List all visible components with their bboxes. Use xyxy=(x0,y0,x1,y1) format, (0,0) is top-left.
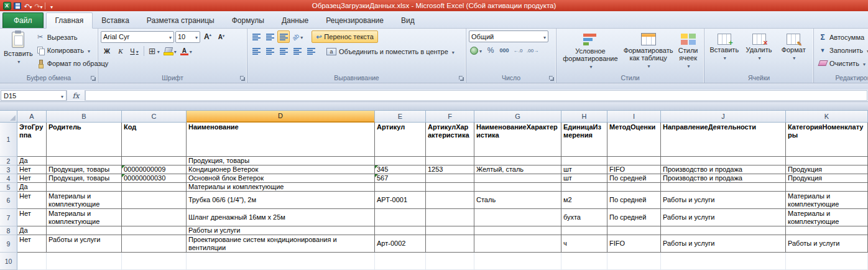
tab-file[interactable]: Файл xyxy=(2,12,44,28)
redo-button[interactable] xyxy=(34,1,43,11)
cell-F8[interactable] xyxy=(426,226,474,235)
row-header-10[interactable]: 10 xyxy=(0,253,17,270)
column-header-A[interactable]: A xyxy=(17,111,47,123)
cell-G6[interactable]: Сталь xyxy=(474,192,561,209)
cell-A1[interactable]: ЭтоГруппа xyxy=(17,123,47,157)
cell-F9[interactable] xyxy=(426,235,474,253)
cell-E10[interactable] xyxy=(375,253,426,270)
cell-E5[interactable] xyxy=(375,183,426,192)
cell-C1[interactable]: Код xyxy=(122,123,187,157)
align-top-button[interactable] xyxy=(250,30,262,43)
cell-I8[interactable] xyxy=(607,226,661,235)
fill-color-button[interactable] xyxy=(162,45,178,57)
cell-E8[interactable] xyxy=(375,226,426,235)
cell-J4[interactable]: Производство и продажа xyxy=(661,174,786,183)
cell-D3[interactable]: Кондиционер Ветерок xyxy=(187,165,375,174)
cell-B10[interactable] xyxy=(47,253,122,270)
column-header-E[interactable]: E xyxy=(375,111,426,123)
format-cells-button[interactable]: Формат xyxy=(776,30,811,73)
cell-H1[interactable]: ЕдиницаИзмерения xyxy=(561,123,607,157)
decrease-font-size-button[interactable] xyxy=(215,30,228,43)
increase-font-size-button[interactable] xyxy=(201,30,214,43)
excel-app-button[interactable] xyxy=(2,1,11,11)
cell-B1[interactable]: Родитель xyxy=(47,123,122,157)
row-header-9[interactable]: 9 xyxy=(0,235,17,253)
column-header-J[interactable]: J xyxy=(661,111,786,123)
increase-indent-button[interactable] xyxy=(305,45,317,58)
cell-G1[interactable]: НаименованиеХарактеристика xyxy=(474,123,561,157)
cell-J1[interactable]: НаправлениеДеятельности xyxy=(661,123,786,157)
cell-K9[interactable]: Работы и услуги xyxy=(786,235,868,253)
tab-page-layout[interactable]: Разметка страницы xyxy=(138,13,223,28)
cell-K1[interactable]: КатегорияНоменклатуры xyxy=(786,123,868,157)
row-header-6[interactable]: 6 xyxy=(0,192,17,209)
cell-D1[interactable]: Наименование xyxy=(187,123,375,157)
cell-D2[interactable]: Продукция, товары xyxy=(187,157,375,165)
cell-B4[interactable]: Продукция, товары xyxy=(47,174,122,183)
font-size-combo[interactable]: 10 xyxy=(175,31,200,43)
select-all-corner[interactable] xyxy=(0,111,17,123)
cell-K8[interactable] xyxy=(786,226,868,235)
format-as-table-button[interactable]: Форматировать как таблицу xyxy=(622,30,675,73)
cell-C3[interactable]: 00000000009 xyxy=(122,165,187,174)
formula-input[interactable] xyxy=(85,90,867,101)
cell-D9[interactable]: Проектирование систем кондиционирования … xyxy=(187,235,375,253)
cell-J9[interactable]: Работы и услуги xyxy=(661,235,786,253)
decrease-indent-button[interactable] xyxy=(291,45,303,58)
cell-G3[interactable]: Желтый, сталь xyxy=(474,165,561,174)
cell-K2[interactable] xyxy=(786,157,868,165)
tab-formulas[interactable]: Формулы xyxy=(223,13,273,28)
wrap-text-button[interactable]: Перенос текста xyxy=(312,30,378,43)
row-header-8[interactable]: 8 xyxy=(0,226,17,235)
cell-G5[interactable] xyxy=(474,183,561,192)
increase-decimal-button[interactable] xyxy=(512,44,524,57)
cell-K4[interactable]: Продукция xyxy=(786,174,868,183)
font-name-combo[interactable]: Arial Cyr xyxy=(101,31,174,43)
cell-I1[interactable]: МетодОценки xyxy=(607,123,661,157)
cell-F5[interactable] xyxy=(426,183,474,192)
name-box[interactable]: D15 xyxy=(1,90,67,101)
cell-G4[interactable] xyxy=(474,174,561,183)
paste-button[interactable]: Вставить xyxy=(2,30,34,73)
column-header-I[interactable]: I xyxy=(607,111,661,123)
alignment-dialog-launcher-icon[interactable] xyxy=(458,75,464,81)
cell-A2[interactable]: Да xyxy=(17,157,47,165)
column-header-K[interactable]: K xyxy=(786,111,868,123)
cell-K5[interactable] xyxy=(786,183,868,192)
cell-J8[interactable] xyxy=(661,226,786,235)
cell-E3[interactable]: 345 xyxy=(375,165,426,174)
insert-function-button[interactable]: fx xyxy=(67,90,85,101)
undo-button[interactable] xyxy=(24,1,32,11)
cell-F7[interactable] xyxy=(426,209,474,226)
italic-button[interactable]: К xyxy=(114,45,127,57)
cell-E9[interactable]: Арт-0002 xyxy=(375,235,426,253)
cell-A8[interactable]: Да xyxy=(17,226,47,235)
number-dialog-launcher-icon[interactable] xyxy=(548,75,555,81)
cell-C8[interactable] xyxy=(122,226,187,235)
cell-K6[interactable]: Материалы и комплектующие xyxy=(786,192,868,209)
cell-A3[interactable]: Нет xyxy=(17,165,47,174)
cell-J10[interactable] xyxy=(661,253,786,270)
cell-H5[interactable] xyxy=(561,183,607,192)
cell-F6[interactable] xyxy=(426,192,474,209)
cell-A7[interactable]: Нет xyxy=(17,209,47,226)
cell-H6[interactable]: м2 xyxy=(561,192,607,209)
cell-I4[interactable]: По средней xyxy=(607,174,661,183)
cell-I2[interactable] xyxy=(607,157,661,165)
row-header-3[interactable]: 3 xyxy=(0,165,17,174)
column-header-B[interactable]: B xyxy=(47,111,122,123)
number-format-combo[interactable]: Общий xyxy=(469,30,548,42)
align-left-button[interactable] xyxy=(250,45,262,58)
cell-C10[interactable] xyxy=(122,253,187,270)
cell-G10[interactable] xyxy=(474,253,561,270)
underline-button[interactable]: Ч xyxy=(128,45,141,57)
cell-D5[interactable]: Материалы и комплектующие xyxy=(187,183,375,192)
cell-E4[interactable]: 567 xyxy=(375,174,426,183)
column-header-H[interactable]: H xyxy=(561,111,607,123)
cell-C7[interactable] xyxy=(122,209,187,226)
accounting-format-button[interactable] xyxy=(469,44,483,57)
cell-B3[interactable]: Продукция, товары xyxy=(47,165,122,174)
cell-B7[interactable]: Материалы и комплектующие xyxy=(47,209,122,226)
cell-C6[interactable] xyxy=(122,192,187,209)
cell-B2[interactable] xyxy=(47,157,122,165)
